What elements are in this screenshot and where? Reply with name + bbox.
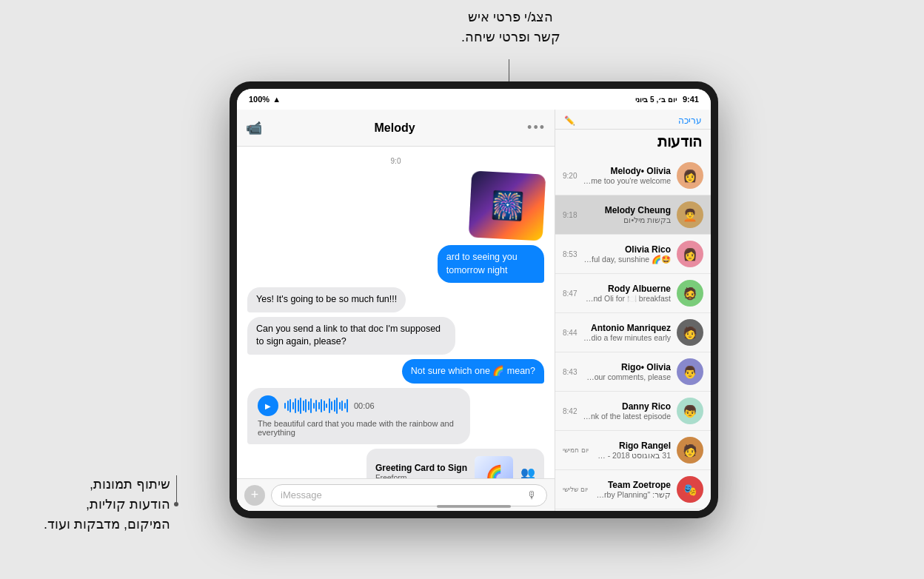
sidebar-item-time: 8:42	[563, 407, 577, 415]
avatar: 🧑	[677, 437, 703, 463]
photo-message-row: 🎆 ard to seeing you tomorrow night	[247, 173, 544, 283]
card-text-content: Greeting Card to Sign Freeform	[375, 463, 467, 478]
greeting-card-bubble[interactable]: Greeting Card to Sign Freeform 🌈 👥	[366, 449, 544, 478]
sidebar-item-time: 8:47	[563, 290, 577, 298]
message-input[interactable]: iMessage 🎙	[271, 484, 547, 506]
avatar: 👩	[677, 162, 703, 189]
conversation-panel: 📹 Melody ••• 9:0 🎆	[237, 110, 555, 511]
sidebar-item-content: Danny Rico What do you think of the late…	[583, 401, 671, 421]
annotation-line-bottom	[176, 475, 177, 505]
more-options-icon[interactable]: •••	[527, 120, 546, 135]
sidebar-item-preview: קשר: "Soapbox Derby Planning" שותף מתוך …	[594, 490, 671, 499]
sidebar-item[interactable]: 8:43 Rigo• Olivia Can you both add your …	[555, 352, 711, 392]
sidebar-item-preview: 🤩🌈 What a beautiful day, sunshine!	[583, 255, 671, 264]
avatar: 🧑	[677, 319, 703, 346]
sidebar-item-name: Melody Cheung	[583, 205, 671, 215]
card-subtitle: Freeform	[375, 473, 467, 478]
sidebar-item-name: Antonio Manriquez	[583, 323, 671, 333]
audio-bubble[interactable]: ▶	[247, 388, 470, 444]
outgoing-bubble-2: Not sure which one 🌈 mean?	[402, 359, 544, 384]
sidebar-item-preview: בקשות מיל•ום	[583, 215, 671, 224]
messages-area[interactable]: 9:0 🎆 ard to seeing you tomorrow night	[237, 147, 555, 478]
sidebar-item-preview: I'll be at the studio a few minutes earl…	[583, 333, 671, 342]
sidebar-list[interactable]: 9:20 Melody• Olivia Going on this ride..…	[555, 156, 711, 511]
sidebar-item-name: Danny Rico	[583, 401, 671, 412]
wifi-icon: ▲	[272, 95, 281, 104]
sidebar-item-name: Olivia Rico	[583, 244, 671, 255]
video-call-icon[interactable]: 📹	[246, 120, 262, 136]
conversation-header: 📹 Melody •••	[237, 110, 555, 147]
main-area: 📹 Melody ••• 9:0 🎆	[237, 110, 711, 511]
sidebar-item-name: Rigo• Olivia	[583, 362, 671, 372]
edit-button[interactable]: עריכה	[678, 116, 702, 126]
status-left: 100% ▲	[249, 95, 281, 104]
sidebar-item-content: Rigo Rangel 31 באוגוסט 2018 - 29 באוגסוס…	[595, 441, 671, 460]
add-button[interactable]: +	[244, 485, 265, 506]
annotation-dot-bottom	[174, 502, 178, 506]
photo-bubble[interactable]: 🎆	[469, 170, 546, 241]
sidebar-item-time: 8:53	[563, 250, 577, 258]
sidebar-item[interactable]: 9:20 Melody• Olivia Going on this ride..…	[555, 156, 711, 195]
compose-icon[interactable]: ✏️	[564, 116, 575, 126]
sidebar-item-time: 8:44	[563, 329, 577, 337]
status-bar: 100% ▲ 9:41 יום ב׳, 5 ביוני	[237, 89, 711, 110]
annotation-top-line1: הצג/י פרטי איש	[468, 10, 553, 24]
sidebar-title: הודעות	[555, 130, 711, 156]
time-separator: 9:0	[247, 157, 544, 165]
avatar: 👩	[677, 241, 703, 267]
conversation-title: Melody	[374, 121, 415, 135]
sidebar-header: ✏️ עריכה	[555, 110, 711, 130]
home-indicator	[437, 505, 511, 508]
sidebar-item-preview: Can you both add your comments, please?	[583, 372, 671, 381]
time-label: 9:41	[683, 95, 699, 104]
device-screen: 100% ▲ 9:41 יום ב׳, 5 ביוני 📹 Melody •••	[237, 89, 711, 511]
audio-controls: ▶	[258, 395, 460, 416]
sidebar-item[interactable]: 8:53 Olivia Rico 🤩🌈 What a beautiful day…	[555, 235, 711, 274]
outgoing-bubble-1: ard to seeing you tomorrow night	[438, 245, 544, 283]
message-placeholder: iMessage	[281, 489, 322, 501]
sidebar-item-preview: Going on this ride... if you want to com…	[583, 176, 671, 185]
date-label: יום ב׳, 5 ביוני	[635, 96, 677, 104]
sidebar-item-name: Rody Albuerne	[583, 284, 671, 294]
sidebar-item-time: 9:18	[563, 211, 577, 219]
device-frame: 100% ▲ 9:41 יום ב׳, 5 ביוני 📹 Melody •••	[230, 81, 718, 518]
incoming-bubble-1: Yes! It's going to be so much fun!!!	[247, 287, 406, 312]
avatar: 👦	[677, 398, 703, 424]
annotation-bottom-line1: שיתוף תמונות,	[90, 477, 170, 492]
annotation-top: הצג/י פרטי איש קשר ופרטי שיחה.	[429, 7, 592, 47]
sidebar-item-content: Rody Albuerne Do you wanna join me and O…	[583, 284, 671, 304]
annotation-bottom-left: שיתוף תמונות, הודעות קוליות, המיקום, מדב…	[22, 475, 170, 535]
sidebar-item-time: 9:20	[563, 172, 577, 180]
sidebar: ✏️ עריכה הודעות 9:20 Melody• Olivia Goin…	[555, 110, 711, 511]
play-button[interactable]: ▶	[258, 395, 278, 416]
annotation-top-line2: קשר ופרטי שיחה.	[461, 30, 560, 44]
card-share-icon: 👥	[520, 466, 535, 479]
sidebar-item-name: Melody• Olivia	[583, 166, 671, 176]
sidebar-item-name: Team Zoetrope	[594, 480, 671, 490]
status-right: 9:41 יום ב׳, 5 ביוני	[635, 95, 699, 104]
avatar: 👨	[677, 358, 703, 385]
sidebar-item-preview: 31 באוגוסט 2018 - 29 באוגסוס 2022 • 104 …	[595, 451, 671, 460]
sidebar-item[interactable]: יום חמישי Rigo Rangel 31 באוגוסט 2018 - …	[555, 431, 711, 470]
sidebar-item[interactable]: 8:47 Rody Albuerne Do you wanna join me …	[555, 274, 711, 313]
card-preview-image: 🌈	[475, 456, 513, 478]
microphone-icon[interactable]: 🎙	[527, 489, 538, 501]
audio-message-row: ▶	[247, 388, 544, 444]
sidebar-item-content: Rigo• Olivia Can you both add your comme…	[583, 362, 671, 381]
sidebar-item[interactable]: 8:44 Antonio Manriquez I'll be at the st…	[555, 313, 711, 352]
sidebar-item-active[interactable]: 9:18 Melody Cheung בקשות מיל•ום 🧑‍🦱	[555, 195, 711, 235]
sidebar-item-preview: What do you think of the latest episode?	[583, 412, 671, 421]
sidebar-item-content: Team Zoetrope קשר: "Soapbox Derby Planni…	[594, 480, 671, 499]
sidebar-item[interactable]: יום שלישי Team Zoetrope קשר: "Soapbox De…	[555, 470, 711, 509]
incoming-bubble-row-1: Yes! It's going to be so much fun!!!	[247, 287, 544, 312]
avatar: 🎭	[677, 476, 703, 503]
sidebar-item-content: Melody Cheung בקשות מיל•ום	[583, 205, 671, 224]
sidebar-item-time: יום שלישי	[563, 486, 588, 493]
card-title: Greeting Card to Sign	[375, 463, 467, 473]
sidebar-item-preview: Do you wanna join me and Oli for 🍽️ brea…	[583, 294, 671, 304]
avatar: 🧔	[677, 280, 703, 307]
sidebar-item-content: Olivia Rico 🤩🌈 What a beautiful day, sun…	[583, 244, 671, 264]
outgoing-bubble-row-2: Not sure which one 🌈 mean?	[247, 359, 544, 384]
sidebar-item[interactable]: 8:42 Danny Rico What do you think of the…	[555, 392, 711, 431]
audio-duration: 00:06	[354, 401, 375, 410]
